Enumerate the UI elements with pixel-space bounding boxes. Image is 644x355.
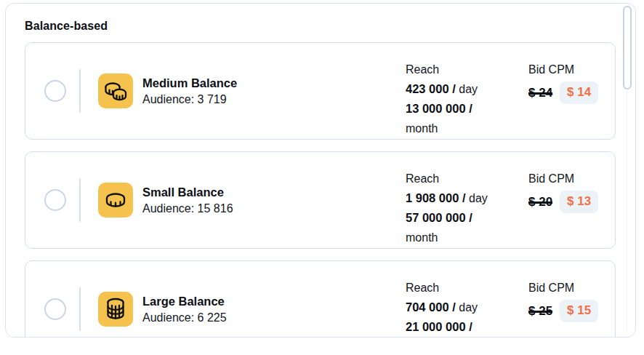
vertical-divider [79, 69, 81, 113]
bid-cpm-column: Bid CPM $ 25 $ 15 [528, 261, 595, 322]
new-price-badge: $ 15 [560, 300, 598, 322]
plan-title: Medium Balance [142, 76, 237, 91]
vertical-divider [79, 178, 81, 222]
plan-card-medium[interactable]: Medium Balance Audience: 3 719 Reach 423… [25, 42, 616, 140]
plan-radio[interactable] [44, 298, 66, 320]
new-price-badge: $ 13 [560, 191, 598, 213]
reach-label: Reach [406, 169, 528, 188]
reach-column: Reach 1 908 000 / day 57 000 000 / month [406, 152, 528, 247]
plan-audience: Audience: 3 719 [142, 92, 237, 107]
coins-pair-icon [103, 79, 128, 103]
plan-card-large[interactable]: Large Balance Audience: 6 225 Reach 704 … [25, 260, 616, 338]
reach-per-month: 21 000 000 / [406, 317, 528, 337]
plan-title: Small Balance [142, 185, 233, 200]
plan-card-small[interactable]: Small Balance Audience: 15 816 Reach 1 9… [25, 151, 616, 249]
plan-radio[interactable] [44, 80, 66, 102]
reach-label: Reach [406, 60, 528, 79]
bid-cpm-label: Bid CPM [528, 60, 595, 79]
reach-label: Reach [406, 278, 528, 298]
plan-icon-tile [98, 73, 133, 108]
section-title: Balance-based [25, 20, 616, 33]
plan-audience: Audience: 15 816 [142, 201, 233, 216]
reach-per-day: 423 000 / day [406, 79, 528, 99]
vertical-divider [79, 287, 81, 331]
reach-column: Reach 423 000 / day 13 000 000 / month [406, 43, 528, 138]
plan-title: Large Balance [142, 294, 227, 309]
plan-icon-tile [98, 292, 133, 327]
plan-list: Medium Balance Audience: 3 719 Reach 423… [25, 42, 616, 338]
reach-per-day: 704 000 / day [406, 298, 528, 317]
balance-panel: Balance-based Medium Balance Audience: 3… [5, 3, 636, 338]
plan-audience: Audience: 6 225 [142, 310, 227, 325]
reach-per-month: 13 000 000 / [406, 99, 528, 119]
plan-radio[interactable] [44, 189, 66, 211]
old-price: $ 20 [528, 195, 552, 210]
bid-cpm-label: Bid CPM [528, 169, 595, 188]
old-price: $ 25 [528, 304, 552, 319]
coin-icon [103, 188, 128, 212]
reach-per-day: 1 908 000 / day [406, 188, 528, 208]
plan-icon-tile [98, 183, 133, 218]
bid-cpm-column: Bid CPM $ 24 $ 14 [528, 43, 595, 104]
reach-per-month: 57 000 000 / [406, 208, 528, 228]
bid-cpm-label: Bid CPM [528, 278, 595, 298]
reach-column: Reach 704 000 / day 21 000 000 / month [406, 261, 528, 338]
bid-cpm-column: Bid CPM $ 20 $ 13 [528, 152, 595, 213]
coin-stack-icon [103, 297, 128, 322]
old-price: $ 24 [528, 86, 552, 100]
reach-month-unit: month [406, 337, 528, 338]
reach-month-unit: month [406, 119, 528, 138]
scrollbar-thumb[interactable] [623, 6, 632, 89]
new-price-badge: $ 14 [560, 81, 598, 104]
reach-month-unit: month [406, 228, 528, 247]
